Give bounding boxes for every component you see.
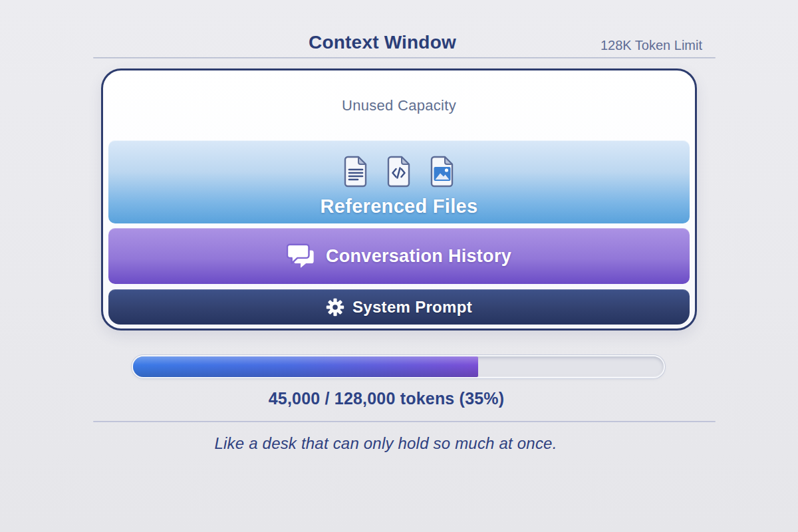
analogy-caption: Like a desk that can only hold so much a… [93,434,678,453]
unused-capacity-label: Unused Capacity [103,97,695,114]
layer-system-prompt: System Prompt [108,289,690,325]
code-file-icon [386,156,412,188]
header-divider [93,57,716,59]
context-window-box: Unused Capacity [101,68,697,331]
layer-conversation-history: Conversation History [108,228,690,284]
file-icons-row [343,156,455,188]
token-usage-label: 45,000 / 128,000 tokens (35%) [93,389,680,408]
token-limit-label: 128K Token Limit [600,38,702,53]
document-icon [343,156,368,188]
referenced-files-label: Referenced Files [321,196,478,217]
bottom-divider [93,421,716,422]
gear-icon [326,298,344,317]
token-usage-bar [133,356,664,377]
chat-bubbles-icon [287,243,316,269]
conversation-history-label: Conversation History [326,246,511,267]
system-prompt-label: System Prompt [352,298,472,317]
layer-referenced-files: Referenced Files [108,140,690,223]
image-file-icon [430,156,455,188]
page-title: Context Window [93,32,672,53]
token-usage-bar-fill [133,356,478,377]
